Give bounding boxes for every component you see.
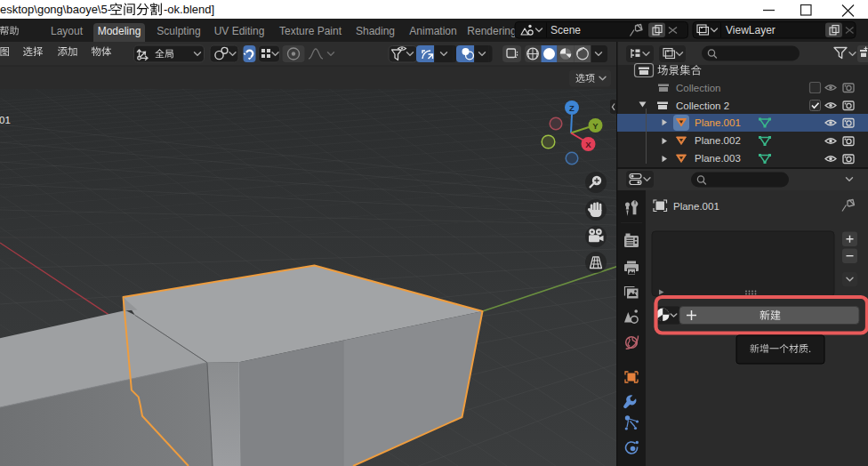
svg-text:Z: Z [569,103,575,113]
svg-text:Shading: Shading [356,25,395,37]
svg-text:Modeling: Modeling [98,25,141,37]
svg-text:Layout: Layout [51,25,84,37]
svg-text:ViewLayer: ViewLayer [726,24,776,36]
svg-text:esktop\gong\baoye\5-: esktop\gong\baoye\5- [0,3,111,16]
svg-text:UV Editing: UV Editing [214,25,265,37]
svg-text:Animation: Animation [409,25,456,37]
svg-text:Collection 2: Collection 2 [676,100,729,111]
svg-text:Texture Paint: Texture Paint [279,25,342,37]
svg-text:-ok.blend]: -ok.blend] [164,3,214,16]
svg-text:Plane.002: Plane.002 [695,135,741,146]
svg-text:Sculpting: Sculpting [157,25,200,37]
svg-text:Scene: Scene [551,24,581,36]
svg-text:Plane.003: Plane.003 [695,153,741,164]
svg-text:X: X [585,140,591,149]
svg-text:01: 01 [0,115,11,125]
svg-text:Plane.001: Plane.001 [695,117,741,128]
svg-text:Y: Y [592,121,599,131]
svg-text:Rendering: Rendering [467,25,516,37]
svg-text:Collection: Collection [676,83,721,93]
svg-text:Plane.001: Plane.001 [673,201,719,212]
